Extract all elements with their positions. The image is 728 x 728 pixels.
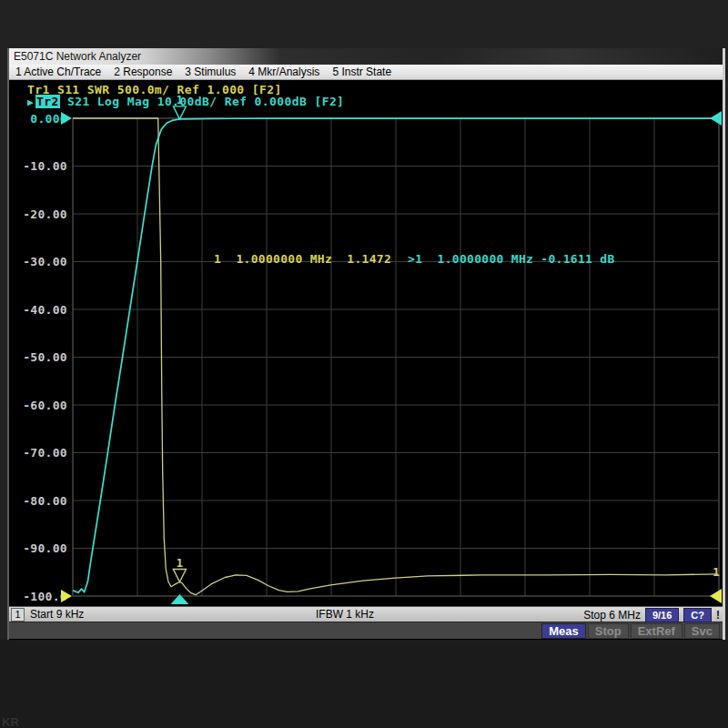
- channel-number-box: 1: [11, 608, 25, 622]
- trace2-detail: S21 Log Mag 10.00dB/ Ref 0.000dB [F2]: [60, 95, 345, 108]
- marker-readout: 1 1.0000000 MHz 1.1472>1 1.0000000 MHz -…: [214, 253, 615, 266]
- marker-1-tr1-label: 1: [177, 557, 183, 570]
- y-axis-label--80.00: -80.00: [9, 495, 67, 507]
- y-axis-label--60.00: -60.00: [9, 399, 67, 411]
- y-axis-label--30.00: -30.00: [9, 256, 67, 268]
- y-axis-label--90.00: -90.00: [9, 542, 67, 554]
- y-axis-label--100.0: -100.0: [9, 591, 67, 602]
- y-axis-label-0.000: 0.000: [9, 113, 67, 125]
- indicator-meas: Meas: [541, 623, 586, 639]
- instrument-screen: Tr1 S11 SWR 500.0m/ Ref 1.000 [F2] ▶Tr2 …: [9, 80, 723, 606]
- window-title: E5071C Network Analyzer: [14, 50, 141, 63]
- indicator-extref: ExtRef: [631, 623, 682, 639]
- ref-level-right-swr-icon: [710, 589, 722, 603]
- graticule-plot: 111: [73, 118, 719, 596]
- ifbw-readout[interactable]: IFBW 1 kHz: [316, 608, 374, 621]
- status-bar: 1 Start 9 kHz IFBW 1 kHz Stop 6 MHz 9/16…: [9, 606, 723, 622]
- menu-item-3[interactable]: 3 Stimulus: [178, 65, 242, 79]
- corner-watermark: KR: [2, 715, 19, 728]
- analyzer-window: E5071C Network Analyzer 1 Active Ch/Trac…: [7, 48, 725, 640]
- menu-item-4[interactable]: 4 Mkr/Analysis: [242, 65, 326, 79]
- trace-tr1-swr: [73, 118, 718, 595]
- page-indicator-badge: 9/16: [645, 608, 679, 622]
- marker1-tr2-readout: >1 1.0000000 MHz -0.1611 dB: [408, 252, 615, 266]
- trace2-label: Tr2: [35, 95, 60, 108]
- window-titlebar: E5071C Network Analyzer: [9, 48, 723, 65]
- alert-indicator: !: [716, 609, 721, 622]
- marker-1-tr1-icon: [173, 570, 186, 582]
- menu-item-2[interactable]: 2 Response: [107, 65, 178, 79]
- y-axis-label--50.00: -50.00: [9, 351, 67, 363]
- marker-1-tr2-label: 1: [177, 94, 183, 106]
- menu-item-5[interactable]: 5 Instr State: [326, 65, 398, 79]
- trace1-end-number: 1: [713, 565, 720, 579]
- y-axis-label--40.00: -40.00: [9, 304, 67, 316]
- menu-item-1[interactable]: 1 Active Ch/Trace: [9, 65, 107, 79]
- active-trace-arrow-icon: ▶: [27, 96, 34, 108]
- screenshot-root: E5071C Network Analyzer 1 Active Ch/Trac…: [0, 0, 728, 728]
- indicator-svc: Svc: [684, 623, 720, 639]
- instrument-status-bar: MeasStopExtRefSvc: [9, 622, 723, 639]
- y-axis-label--20.00: -20.00: [9, 208, 67, 220]
- start-frequency[interactable]: Start 9 kHz: [30, 608, 84, 621]
- y-axis-label--70.00: -70.00: [9, 447, 67, 459]
- stop-frequency[interactable]: Stop 6 MHz: [583, 609, 641, 622]
- cal-status-badge: C?: [683, 608, 712, 622]
- indicator-stop: Stop: [588, 623, 629, 639]
- marker1-tr1-readout: 1 1.0000000 MHz 1.1472: [214, 252, 391, 266]
- y-axis-label--10.00: -10.00: [9, 160, 67, 172]
- lower-background: [0, 640, 728, 728]
- ref-level-right-db-icon: [710, 111, 722, 126]
- trace-tr2-logmag: [73, 118, 718, 592]
- menu-bar: 1 Active Ch/Trace2 Response3 Stimulus4 M…: [9, 65, 723, 80]
